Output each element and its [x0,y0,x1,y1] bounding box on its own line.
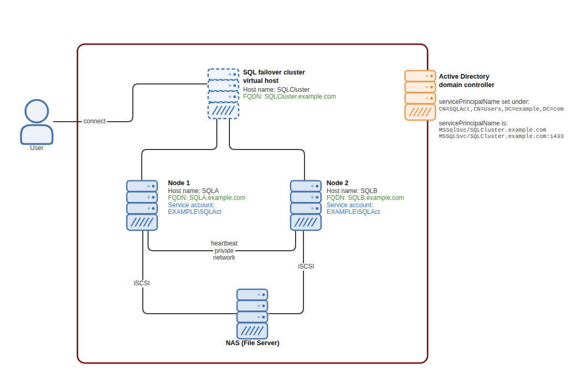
node1-label-block: Node 1 Host name: SQLA FQDN: SQLA.exampl… [168,179,245,216]
heartbeat-edge-label: heartbeat private network [203,240,245,262]
virtual-host-label-block: SQL failover cluster virtual host Host n… [243,69,336,101]
edge-node2-nas-iscsi [269,230,303,314]
ad-spn-value1: MSSqlSvc/SQLCluster.example.com [439,127,564,133]
active-directory-server-stack-icon [405,71,436,120]
active-directory-label-block: Active Directory domain controller servi… [439,73,564,140]
virtual-host-title-line1: SQL failover cluster [243,69,336,77]
edge-virtualhost-node1 [142,119,217,180]
node2-service-account-line1: Service account: [327,202,404,209]
node1-title: Node 1 [168,179,245,188]
virtual-host-title-line2: virtual host [243,77,336,86]
ad-spn-value2: MSSQLSvc/SQLCluster.example.com:1433 [439,133,564,140]
node2-title: Node 2 [327,179,404,188]
node2-fqdn: FQDN: SQLB.example.com [327,195,404,202]
diagram-shapes [0,0,588,374]
nas-server-stack-icon [237,290,268,339]
edge-virtualhost-node2 [229,119,304,180]
node2-server-stack-icon [291,181,321,230]
ad-spn-set-under-label: servicePrincipalName set under: [439,99,564,106]
iscsi-node2-label-text: iSCSI [297,263,316,271]
virtual-host-hostname: Host name: SQLCluster [243,87,336,94]
node1-service-account-line1: Service account: [168,202,245,209]
node2-hostname: Host name: SQLB [327,188,404,195]
iscsi-node1-label-text: iSCSI [132,280,152,287]
user-icon [21,100,52,144]
edge-user-connect [54,84,207,122]
heartbeat-label-line3: network [212,254,237,262]
connect-edge-label: connect [79,118,110,125]
node1-service-account-line2: EXAMPLE\SQLAct [168,209,245,216]
virtual-host-server-stack-dashed-icon [208,69,239,119]
heartbeat-label-line1: heartbeat [209,240,239,248]
ad-spn-set-under-value: CN=SQLAct,CN=Users,DC=example,DC=com [439,106,564,112]
connect-edge-label-text: connect [82,118,107,125]
virtual-host-fqdn: FQDN: SQLCluster.example.com [243,93,336,101]
ad-title-line1: Active Directory [439,73,564,81]
ad-title-line2: domain controller [439,81,564,90]
node1-server-stack-icon [127,181,158,230]
user-label: User [21,145,52,152]
iscsi-node1-edge-label: iSCSI [129,280,154,287]
node1-fqdn: FQDN: SQLA.example.com [168,195,245,202]
diagram-canvas: User connect SQL failover cluster virtua… [0,0,588,374]
heartbeat-label-line2: private [213,248,235,255]
node2-label-block: Node 2 Host name: SQLB FQDN: SQLB.exampl… [327,179,404,216]
node1-hostname: Host name: SQLA [168,188,245,195]
ad-spn-is-label: servicePrincipalName is: [439,120,564,127]
nas-label: NAS (File Server) [213,339,292,348]
iscsi-node2-edge-label: iSCSI [293,263,319,271]
node2-service-account-line2: EXAMPLE\SQLAct [327,209,404,216]
